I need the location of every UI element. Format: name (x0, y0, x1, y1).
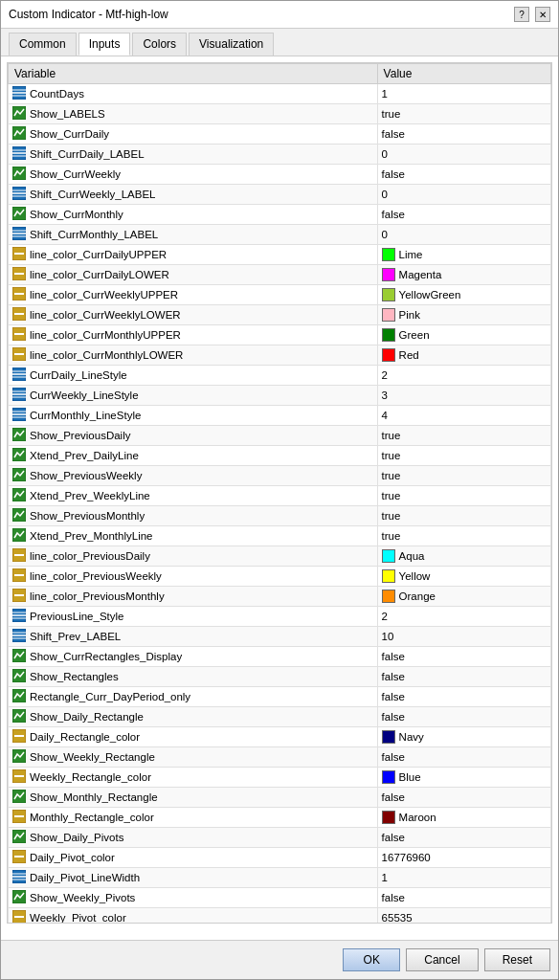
variable-name: Rectangle_Curr_DayPeriod_only (30, 691, 190, 702)
color-swatch (382, 288, 395, 301)
table-row[interactable]: Shift_CurrWeekly_LABEL0 (9, 185, 551, 205)
value-text: true (377, 506, 550, 526)
table-row[interactable]: CurrMonthly_LineStyle4 (9, 406, 551, 426)
color-swatch (382, 348, 395, 362)
value-text: false (377, 205, 550, 225)
table-row[interactable]: Show_Rectanglesfalse (9, 667, 551, 687)
tab-colors[interactable]: Colors (132, 33, 187, 56)
variable-cell: Shift_CurrDaily_LABEL (9, 145, 378, 165)
table-row[interactable]: Monthly_Rectangle_colorMaroon (9, 808, 551, 828)
variable-cell: line_color_PreviousDaily (9, 546, 378, 567)
table-row[interactable]: Show_Daily_Rectanglefalse (9, 707, 551, 727)
table-row[interactable]: Xtend_Prev_WeeklyLinetrue (9, 486, 551, 506)
value-text: true (377, 426, 550, 446)
col-header-variable: Variable (9, 64, 378, 84)
blue-indicator-icon (12, 629, 26, 644)
green-indicator-icon (12, 749, 26, 765)
table-row[interactable]: Show_PreviousWeeklytrue (9, 466, 551, 486)
variable-name: Show_PreviousMonthly (30, 510, 145, 522)
variable-cell: Show_CurrMonthly (9, 205, 378, 225)
table-row[interactable]: line_color_CurrDailyUPPERLime (9, 245, 551, 265)
tab-common[interactable]: Common (9, 33, 77, 56)
help-button[interactable]: ? (514, 7, 529, 22)
tab-visualization[interactable]: Visualization (189, 33, 274, 56)
table-row[interactable]: Daily_Rectangle_colorNavy (9, 727, 551, 747)
value-text: 0 (377, 145, 550, 165)
table-row[interactable]: Weekly_Rectangle_colorBlue (9, 768, 551, 788)
table-row[interactable]: Shift_Prev_LABEL10 (9, 627, 551, 647)
variable-cell: Show_LABELS (9, 104, 378, 124)
table-row[interactable]: CurrDaily_LineStyle2 (9, 366, 551, 386)
orange-indicator-icon (12, 327, 26, 343)
table-row[interactable]: Show_LABELStrue (9, 104, 551, 124)
table-row[interactable]: Show_PreviousMonthlytrue (9, 506, 551, 526)
table-row[interactable]: Show_CurrRectangles_Displayfalse (9, 647, 551, 667)
value-text: 1 (377, 84, 550, 104)
table-row[interactable]: Show_Daily_Pivotsfalse (9, 828, 551, 848)
ok-button[interactable]: OK (343, 948, 400, 971)
table-row[interactable]: line_color_CurrWeeklyLOWERPink (9, 305, 551, 325)
green-indicator-icon (12, 207, 26, 222)
table-row[interactable]: line_color_CurrDailyLOWERMagenta (9, 265, 551, 285)
table-row[interactable]: line_color_PreviousDailyAqua (9, 546, 551, 567)
value-text: true (377, 466, 550, 486)
variable-cell: line_color_CurrMonthlyLOWER (9, 345, 378, 366)
value-cell: Navy (377, 727, 550, 747)
reset-button[interactable]: Reset (484, 948, 550, 971)
color-value-text: Red (399, 349, 419, 361)
cancel-button[interactable]: Cancel (406, 948, 478, 971)
table-row[interactable]: line_color_CurrMonthlyUPPERGreen (9, 325, 551, 345)
table-row[interactable]: Daily_Pivot_LineWidth1 (9, 868, 551, 888)
table-row[interactable]: Shift_CurrDaily_LABEL0 (9, 145, 551, 165)
table-row[interactable]: CurrWeekly_LineStyle3 (9, 386, 551, 406)
table-row[interactable]: Show_Weekly_Pivotsfalse (9, 888, 551, 908)
value-cell: Yellow (377, 567, 550, 587)
blue-indicator-icon (12, 408, 26, 423)
color-value-text: Maroon (399, 812, 436, 823)
variable-name: CurrMonthly_LineStyle (30, 410, 141, 421)
variable-cell: line_color_CurrWeeklyUPPER (9, 285, 378, 305)
table-row[interactable]: Show_PreviousDailytrue (9, 426, 551, 446)
tab-inputs[interactable]: Inputs (78, 33, 131, 56)
table-row[interactable]: Show_CurrMonthlyfalse (9, 205, 551, 225)
color-swatch (382, 248, 395, 261)
table-row[interactable]: Show_CurrWeeklyfalse (9, 165, 551, 185)
table-row[interactable]: Xtend_Prev_MonthlyLinetrue (9, 526, 551, 546)
title-bar-controls: ? ✕ (514, 7, 550, 22)
variable-name: Daily_Rectangle_color (30, 731, 140, 743)
table-row[interactable]: Xtend_Prev_DailyLinetrue (9, 446, 551, 466)
variables-table-container[interactable]: Variable Value CountDays1 Show_LABELStru… (7, 62, 552, 924)
variable-name: Show_Daily_Rectangle (30, 711, 144, 723)
green-indicator-icon (12, 689, 26, 704)
value-text: true (377, 446, 550, 466)
green-indicator-icon (12, 830, 26, 845)
variable-name: line_color_PreviousMonthly (30, 590, 165, 602)
value-text: false (377, 647, 550, 667)
table-row[interactable]: Shift_CurrMonthly_LABEL0 (9, 225, 551, 245)
table-row[interactable]: PreviousLine_Style2 (9, 607, 551, 627)
table-row[interactable]: Daily_Pivot_color16776960 (9, 848, 551, 868)
green-indicator-icon (12, 167, 26, 182)
green-indicator-icon (12, 448, 26, 463)
table-row[interactable]: Show_Weekly_Rectanglefalse (9, 747, 551, 768)
variable-cell: line_color_PreviousWeekly (9, 567, 378, 587)
table-row[interactable]: Show_CurrDailyfalse (9, 124, 551, 145)
table-row[interactable]: line_color_PreviousWeeklyYellow (9, 567, 551, 587)
table-row[interactable]: Weekly_Pivot_color65535 (9, 908, 551, 924)
value-cell: Orange (377, 587, 550, 607)
table-row[interactable]: line_color_PreviousMonthlyOrange (9, 587, 551, 607)
variable-name: Monthly_Rectangle_color (30, 812, 154, 823)
variable-cell: Monthly_Rectangle_color (9, 808, 378, 828)
table-row[interactable]: CountDays1 (9, 84, 551, 104)
orange-indicator-icon (12, 287, 26, 302)
color-value-text: Yellow (399, 570, 431, 582)
variable-name: Show_CurrWeekly (30, 168, 121, 180)
table-row[interactable]: Rectangle_Curr_DayPeriod_onlyfalse (9, 687, 551, 707)
table-row[interactable]: Show_Monthly_Rectanglefalse (9, 788, 551, 808)
variable-cell: Weekly_Pivot_color (9, 908, 378, 924)
variable-name: Xtend_Prev_MonthlyLine (30, 530, 153, 542)
table-row[interactable]: line_color_CurrWeeklyUPPERYellowGreen (9, 285, 551, 305)
table-row[interactable]: line_color_CurrMonthlyLOWERRed (9, 345, 551, 366)
variable-name: Show_Weekly_Pivots (30, 892, 135, 903)
close-button[interactable]: ✕ (535, 7, 550, 22)
